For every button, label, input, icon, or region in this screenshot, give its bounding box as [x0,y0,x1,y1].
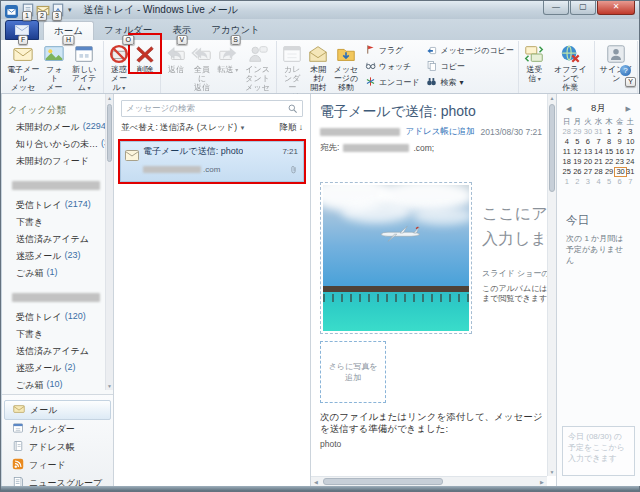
ribbon-button-new-item[interactable]: 新しいアイテム ▾ [67,41,101,93]
calendar-day[interactable]: 30 [583,127,594,137]
calendar-prev-icon[interactable]: ◀ [566,105,571,113]
sidebar-item-未開封のメール[interactable]: 未開封のメール(2294) [2,119,105,136]
ribbon-button-find[interactable]: 検索▾ [426,76,513,89]
calendar-day[interactable]: 11 [561,147,572,157]
titlebar[interactable]: 1 2 3 ▾ 送信トレイ - Windows Live メール — ▢ ✕ [1,1,639,19]
ribbon-button-reply[interactable]: 返信 [163,41,189,74]
quick-event-entry-box[interactable]: 今日 (08/30) の予定をここから入力できます [562,426,635,476]
maximize-button[interactable]: ▢ [570,1,596,15]
calendar-day[interactable]: 26 [572,167,583,177]
calendar-day[interactable]: 1 [604,127,615,137]
sidebar-item-受信トレイ[interactable]: 受信トレイ(2174) [2,197,105,214]
app-menu-button[interactable]: F [5,20,39,40]
calendar-day[interactable]: 2 [572,177,583,187]
reading-scroll-thumb[interactable] [549,104,555,192]
reading-vertical-scrollbar[interactable]: ▲ ▼ [547,94,556,476]
ribbon-button-send-receive[interactable]: 送受信 ▾ [521,41,548,83]
tab-ホーム[interactable]: ホームH [43,21,94,40]
ribbon-button-new-email[interactable]: 電子メールメッセージ [5,41,41,102]
nav-nav-feed[interactable]: フィード [4,456,111,474]
nav-nav-contacts[interactable]: アドレス帳 [4,438,111,456]
calendar-day[interactable]: 22 [604,157,615,167]
scroll-up-icon[interactable]: ▲ [106,94,113,102]
calendar-day[interactable]: 13 [583,147,594,157]
sidebar-item-送信済みアイテム[interactable]: 送信済みアイテム [2,231,105,248]
calendar-day[interactable]: 19 [572,157,583,167]
calendar-day[interactable]: 2 [614,127,625,137]
sidebar-item-ごみ箱[interactable]: ごみ箱(10) [2,377,105,390]
calendar-day[interactable]: 9 [614,137,625,147]
ribbon-button-flag[interactable]: フラグ [365,44,420,57]
calendar-day[interactable]: 10 [625,137,636,147]
sidebar-item-下書き[interactable]: 下書き [2,214,105,231]
ribbon-button-photo-email[interactable]: フォトメール [41,41,67,102]
sidebar-item-迷惑メール[interactable]: 迷惑メール(23) [2,248,105,265]
calendar-day[interactable]: 21 [593,157,604,167]
calendar-day[interactable]: 27 [583,167,594,177]
ribbon-button-copy[interactable]: コピー [426,60,513,73]
sidebar-item-送信済みアイテム[interactable]: 送信済みアイテム [2,343,105,360]
calendar-day[interactable]: 23 [614,157,625,167]
sidebar-scrollbar[interactable]: ▲ ▼ [105,94,113,390]
scroll-down-icon[interactable]: ▼ [106,382,113,390]
scroll-down-icon[interactable]: ▼ [548,468,556,476]
minimize-button[interactable]: — [543,1,569,15]
calendar-day[interactable]: 3 [583,177,594,187]
slideshow-link[interactable]: スライド ショーの表示 [482,268,556,279]
calendar-day[interactable]: 3 [625,127,636,137]
account-name-redacted[interactable] [2,282,105,309]
calendar-day[interactable]: 4 [561,137,572,147]
calendar-day[interactable]: 31 [625,167,636,177]
sidebar-item-ごみ箱[interactable]: ごみ箱(1) [2,265,105,282]
calendar-day[interactable]: 29 [572,127,583,137]
photo-attachment[interactable] [320,182,472,334]
calendar-next-icon[interactable]: ▶ [626,105,631,113]
calendar-day-today[interactable]: 30 [614,167,625,177]
close-button[interactable]: ✕ [597,1,635,15]
message-row[interactable]: 電子メールで送信: photo 7:21 .com [120,141,304,182]
calendar-day[interactable]: 31 [593,127,604,137]
calendar-day[interactable]: 20 [583,157,594,167]
ribbon-button-reply-all[interactable]: 全員に返信 [189,41,215,93]
calendar-day[interactable]: 8 [604,137,615,147]
calendar-day[interactable]: 14 [593,147,604,157]
album-title-placeholder[interactable]: ここにアルバム名を 入力します [482,202,556,252]
ribbon-button-forward[interactable]: 転送 ▾ [215,41,241,74]
sidebar-item-未開封のフィード[interactable]: 未開封のフィード [2,153,105,170]
ribbon-button-encode[interactable]: エンコード [365,76,420,89]
calendar-day[interactable]: 7 [593,137,604,147]
sidebar-item-受信トレイ[interactable]: 受信トレイ(120) [2,309,105,326]
calendar-month-label[interactable]: 8月 [591,102,606,115]
calendar-day[interactable]: 7 [625,177,636,187]
calendar-day[interactable]: 12 [572,147,583,157]
calendar-day[interactable]: 17 [625,147,636,157]
calendar-day[interactable]: 6 [614,177,625,187]
qat-button-3[interactable]: 3 [51,4,65,17]
tab-アカウント[interactable]: アカウントS [201,21,270,40]
scroll-right-icon[interactable]: ▶ [537,477,547,486]
ribbon-button-unread[interactable]: 未開封/開封 [305,41,331,93]
ribbon-button-move[interactable]: メッセージの移動 [331,41,360,93]
calendar-day[interactable]: 29 [604,167,615,177]
nav-nav-calendar[interactable]: カレンダー [4,420,111,438]
help-icon[interactable]: ? [620,65,631,76]
scroll-left-icon[interactable]: ◀ [311,477,321,486]
reading-horizontal-scrollbar[interactable]: ◀ ▶ [311,476,547,486]
calendar-day[interactable]: 5 [572,137,583,147]
calendar-day[interactable]: 1 [561,177,572,187]
calendar-day[interactable]: 16 [614,147,625,157]
ribbon-button-offline[interactable]: オフラインで作業 [548,41,592,93]
ribbon-button-msg-copy[interactable]: メッセージのコピー [426,44,513,57]
tab-表示[interactable]: 表示V [162,21,201,40]
calendar-day[interactable]: 6 [583,137,594,147]
add-to-contacts-link[interactable]: アドレス帳に追加 [406,126,475,138]
search-input[interactable]: メッセージの検索 [121,100,303,117]
ribbon-button-watch[interactable]: ウォッチ [365,60,420,73]
qat-button-1[interactable]: 1 [21,4,35,17]
scroll-up-icon[interactable]: ▲ [548,94,556,102]
calendar-day[interactable]: 28 [593,167,604,177]
sidebar-item-迷惑メール[interactable]: 迷惑メール(2) [2,360,105,377]
account-name-redacted[interactable] [2,170,105,197]
qat-dropdown-arrow[interactable]: ▾ [68,6,72,14]
calendar-day[interactable]: 28 [561,127,572,137]
